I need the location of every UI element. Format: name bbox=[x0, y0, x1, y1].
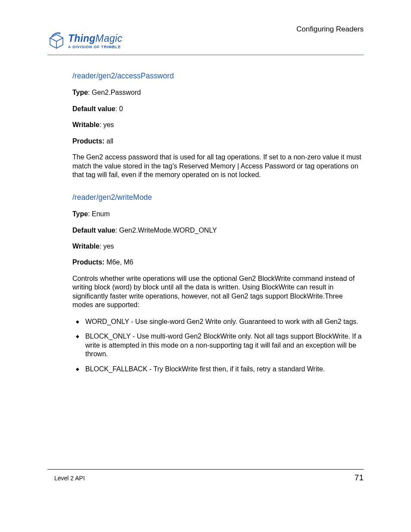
field-writable: Writable: yes bbox=[72, 121, 364, 129]
field-value: all bbox=[105, 137, 113, 145]
diamond-bullet-icon: ◆ bbox=[76, 319, 79, 325]
page-header: Configuring Readers ThingMagic A DIVISIO… bbox=[47, 25, 364, 55]
list-item-text: WORD_ONLY - Use single-word Gen2 Write o… bbox=[85, 318, 358, 325]
brand-tagline: A DIVISION OF TRIMBLE bbox=[68, 45, 122, 49]
list-item-text: BLOCK_ONLY - Use multi-word Gen2 BlockWr… bbox=[85, 333, 361, 358]
field-writable: Writable: yes bbox=[72, 242, 364, 251]
brand-name-part-b: Magic bbox=[96, 33, 122, 44]
field-label: Products: bbox=[72, 258, 105, 266]
list-item-text: BLOCK_FALLBACK - Try BlockWrite first th… bbox=[85, 365, 325, 373]
list-item: ◆BLOCK_ONLY - Use multi-word Gen2 BlockW… bbox=[72, 332, 364, 358]
field-value: : 0 bbox=[115, 105, 123, 112]
field-products: Products: M6e, M6 bbox=[72, 258, 364, 267]
footer-section-name: Level 2 API bbox=[54, 475, 85, 482]
header-title: Configuring Readers bbox=[296, 25, 364, 34]
brand-text: ThingMagic A DIVISION OF TRIMBLE bbox=[68, 33, 122, 49]
field-value: : yes bbox=[100, 121, 114, 128]
page-number: 71 bbox=[355, 473, 364, 482]
field-type: Type: Enum bbox=[72, 210, 364, 218]
field-label: Default value bbox=[72, 105, 115, 112]
section-heading: /reader/gen2/accessPassword bbox=[72, 71, 364, 81]
field-label: Type bbox=[72, 210, 88, 218]
section-write-mode: /reader/gen2/writeMode Type: Enum Defaul… bbox=[72, 193, 364, 373]
brand-logo: ThingMagic A DIVISION OF TRIMBLE bbox=[47, 30, 122, 50]
page: Configuring Readers ThingMagic A DIVISIO… bbox=[0, 0, 411, 532]
field-value: : yes bbox=[100, 243, 114, 250]
field-value: : Enum bbox=[88, 210, 110, 218]
field-label: Default value bbox=[72, 227, 115, 234]
field-label: Writable bbox=[72, 243, 100, 250]
field-label: Products: bbox=[72, 137, 105, 145]
field-label: Type bbox=[72, 89, 88, 96]
field-value: : Gen2.WriteMode.WORD_ONLY bbox=[115, 227, 217, 234]
field-default: Default value: Gen2.WriteMode.WORD_ONLY bbox=[72, 226, 364, 235]
thingmagic-cube-icon bbox=[47, 30, 65, 50]
field-default: Default value: 0 bbox=[72, 105, 364, 113]
section-paragraph: Controls whether write operations will u… bbox=[72, 274, 364, 310]
diamond-bullet-icon: ◆ bbox=[76, 334, 79, 339]
mode-list: ◆WORD_ONLY - Use single-word Gen2 Write … bbox=[72, 317, 364, 373]
section-paragraph: The Gen2 access password that is used fo… bbox=[72, 153, 364, 179]
field-products: Products: all bbox=[72, 137, 364, 146]
brand-name-part-a: Thing bbox=[68, 33, 96, 44]
section-access-password: /reader/gen2/accessPassword Type: Gen2.P… bbox=[72, 71, 364, 180]
list-item: ◆BLOCK_FALLBACK - Try BlockWrite first t… bbox=[72, 365, 364, 373]
diamond-bullet-icon: ◆ bbox=[76, 367, 79, 372]
field-value: M6e, M6 bbox=[105, 258, 134, 266]
field-value: : Gen2.Password bbox=[88, 89, 141, 96]
brand-name: ThingMagic bbox=[68, 33, 122, 44]
field-label: Writable bbox=[72, 121, 100, 128]
field-type: Type: Gen2.Password bbox=[72, 88, 364, 97]
page-footer: Level 2 API 71 bbox=[47, 469, 364, 484]
list-item: ◆WORD_ONLY - Use single-word Gen2 Write … bbox=[72, 317, 364, 326]
page-content: /reader/gen2/accessPassword Type: Gen2.P… bbox=[72, 71, 364, 380]
section-heading: /reader/gen2/writeMode bbox=[72, 193, 364, 202]
